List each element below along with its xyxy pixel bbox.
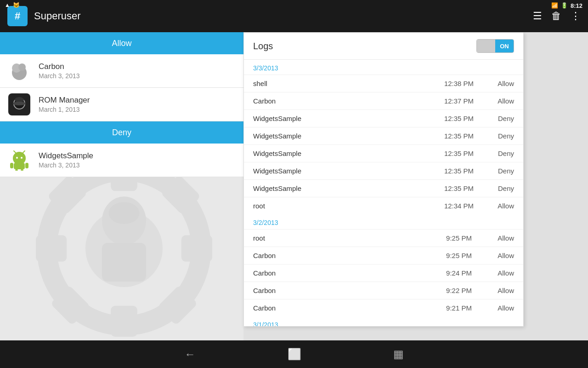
log-action: Allow [486,97,514,105]
menu-icon[interactable]: ☰ [533,10,542,22]
svg-point-21 [16,157,18,159]
svg-line-23 [14,151,16,153]
carbon-icon [8,60,30,82]
more-options-icon[interactable]: ⋮ [571,10,581,22]
rom-manager-app-date: March 1, 2013 [39,106,90,113]
home-button[interactable]: ⬜ [288,348,301,361]
list-item[interactable]: WidgetsSample March 3, 2013 [0,144,243,177]
log-app-name: Carbon [253,287,431,294]
bottom-nav-bar: ← ⬜ ▦ [0,340,588,368]
list-item[interactable]: ROM Manager March 1, 2013 [0,88,243,121]
top-bar-actions: ☰ 🗑 ⋮ [533,10,581,22]
log-action: Deny [486,132,514,140]
log-action: Allow [486,269,514,277]
clock: 8:12 [571,2,582,9]
allow-header: Allow [0,32,243,54]
delete-icon[interactable]: 🗑 [551,10,561,22]
carbon-app-icon [7,59,31,83]
svg-rect-28 [15,169,18,171]
log-time: 12:35 PM [431,132,486,140]
log-date-header: 3/2/2013 [244,214,523,229]
svg-rect-27 [25,163,28,168]
svg-rect-11 [102,243,146,282]
log-row: Carbon 9:22 PM Allow [244,282,523,299]
allow-section: Allow Carbon March 3, 2013 [0,32,243,121]
wifi-icon: 📶 [551,2,558,9]
log-action: Allow [486,80,514,87]
log-date-header: 3/3/2013 [244,60,523,75]
log-time: 12:35 PM [431,115,486,122]
log-app-name: WidgetsSample [253,184,431,192]
svg-rect-4 [36,235,67,262]
back-button[interactable]: ← [185,348,196,361]
log-action: Deny [486,150,514,157]
app-icon-symbol: # [15,10,20,22]
log-app-name: WidgetsSample [253,132,431,140]
list-item[interactable]: Carbon March 3, 2013 [0,54,243,88]
log-time: 9:25 PM [431,234,486,242]
logs-content[interactable]: 3/3/2013 shell 12:38 PM Allow Carbon 12:… [244,60,523,326]
logs-title: Logs [253,41,476,52]
log-app-name: shell [253,80,431,87]
recents-button[interactable]: ▦ [393,348,404,361]
android-icon [8,149,30,171]
log-app-name: root [253,202,431,210]
log-time: 9:24 PM [431,269,486,277]
rom-manager-app-info: ROM Manager March 1, 2013 [39,96,90,113]
log-time: 12:35 PM [431,167,486,175]
log-row: WidgetsSample 12:35 PM Deny [244,144,523,162]
toggle-on-part: ON [495,40,514,52]
log-row: Carbon 9:24 PM Allow [244,264,523,282]
svg-point-20 [13,152,26,165]
log-row: shell 12:38 PM Allow [244,75,523,92]
deny-header: Deny [0,121,243,144]
carbon-app-name: Carbon [39,62,80,71]
svg-point-15 [18,63,26,71]
svg-point-19 [13,102,26,105]
toggle-off-part [477,40,495,52]
deny-section: Deny [0,121,243,177]
log-action: Allow [486,202,514,210]
log-date-header: 3/1/2013 [244,316,523,326]
top-bar: ▲ 🐱 # Superuser ☰ 🗑 ⋮ 📶 🔋 8:12 [0,0,588,32]
logs-toggle[interactable]: ON [476,39,514,53]
log-app-name: WidgetsSample [253,150,431,157]
log-action: Allow [486,252,514,259]
status-bar: 📶 🔋 8:12 [551,0,588,11]
svg-rect-29 [21,169,23,171]
rom-manager-icon [8,93,30,115]
logs-panel: Logs ON 3/3/2013 shell 12:38 PM Allow Ca… [243,32,524,327]
log-row: WidgetsSample 12:35 PM Deny [244,127,523,144]
log-app-name: Carbon [253,304,431,312]
log-app-name: Carbon [253,269,431,277]
log-row: WidgetsSample 12:35 PM Deny [244,109,523,127]
log-row: root 9:25 PM Allow [244,229,523,247]
left-panel: Allow Carbon March 3, 2013 [0,32,243,359]
log-action: Allow [486,287,514,294]
log-action: Deny [486,115,514,122]
widgets-sample-app-icon [7,148,31,172]
cat-icon: 🐱 [13,2,20,8]
svg-point-22 [21,157,23,159]
svg-rect-3 [111,306,137,337]
log-action: Allow [486,234,514,242]
log-row: WidgetsSample 12:35 PM Deny [244,162,523,179]
svg-point-12 [108,202,139,224]
log-time: 12:35 PM [431,150,486,157]
svg-rect-25 [14,163,25,169]
log-row: Carbon 12:37 PM Allow [244,92,523,109]
log-time: 9:25 PM [431,252,486,259]
log-app-name: Carbon [253,97,431,105]
log-time: 9:22 PM [431,287,486,294]
log-row: Carbon 9:21 PM Allow [244,299,523,316]
svg-rect-5 [181,235,212,262]
widgets-sample-app-info: WidgetsSample March 3, 2013 [39,151,93,169]
log-time: 12:38 PM [431,80,486,87]
log-app-name: root [253,234,431,242]
app-title: Superuser [34,10,533,22]
carbon-app-date: March 3, 2013 [39,72,80,80]
log-app-name: WidgetsSample [253,115,431,122]
rom-manager-app-icon [7,92,31,116]
carbon-app-info: Carbon March 3, 2013 [39,62,80,80]
svg-line-24 [23,151,25,153]
